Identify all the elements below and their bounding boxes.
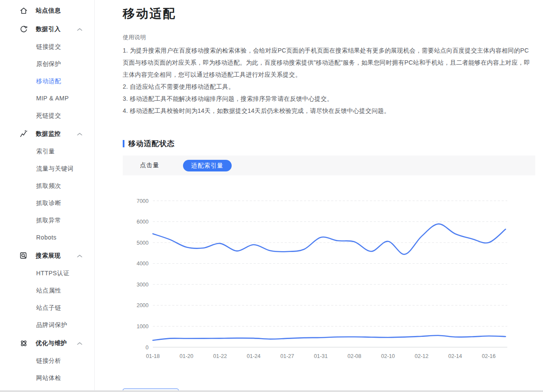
chart-tabbar: 点击量 适配索引量 xyxy=(123,156,535,175)
sidebar-item-link-analysis[interactable]: 链接分析 xyxy=(0,352,94,369)
instruction-line: 4. 移动适配工具校验时间为14天，如数据提交14天后仍未校验完成，请尽快在反馈… xyxy=(123,105,533,117)
data-import-icon xyxy=(19,25,28,33)
sidebar-item-index-volume[interactable]: 索引量 xyxy=(0,143,94,160)
sidebar-item-mip-amp[interactable]: MIP & AMP xyxy=(0,90,94,107)
sidebar-item-site-attribute[interactable]: 站点属性 xyxy=(0,282,94,299)
sidebar-item-brand-protection[interactable]: 品牌词保护 xyxy=(0,316,94,333)
sidebar-group-label: 数据引入 xyxy=(36,25,77,33)
search-display-icon xyxy=(19,252,28,260)
sidebar-group-data-import-header[interactable]: 数据引入 xyxy=(0,21,94,38)
tab-adapted-index-volume[interactable]: 适配索引量 xyxy=(183,160,232,171)
section-title-accent-bar xyxy=(123,140,124,147)
svg-text:0: 0 xyxy=(146,345,149,351)
home-icon xyxy=(19,7,28,15)
chart-area: 0100020003000400050006000700001-1801-200… xyxy=(123,192,543,364)
tab-clicks[interactable]: 点击量 xyxy=(140,162,159,169)
sidebar-group-data-monitor: 数据监控 索引量 流量与关键词 抓取频次 抓取诊断 抓取异常 Robots xyxy=(0,125,94,246)
svg-text:4000: 4000 xyxy=(137,261,149,267)
sidebar-item-crawl-frequency[interactable]: 抓取频次 xyxy=(0,177,94,194)
sidebar-group-optimize-maintain-header[interactable]: 优化与维护 xyxy=(0,335,94,352)
section-title-text: 移动适配状态 xyxy=(128,139,175,149)
sidebar-group-optimize-maintain: 优化与维护 链接分析 网站体检 网站改版 xyxy=(0,335,94,392)
svg-text:02-14: 02-14 xyxy=(448,353,462,359)
svg-text:01-27: 01-27 xyxy=(280,353,294,359)
instruction-line: 1. 为提升搜索用户在百度移动搜索的检索体验，会给对应PC页面的手机页面在搜索结… xyxy=(123,44,533,81)
sidebar-group-site-info-header[interactable]: 站点信息 xyxy=(0,2,94,19)
chevron-up-icon[interactable] xyxy=(77,133,82,136)
svg-text:02-16: 02-16 xyxy=(482,353,496,359)
sidebar-group-label: 搜索展现 xyxy=(36,252,77,260)
svg-text:01-20: 01-20 xyxy=(180,353,193,359)
svg-text:02-10: 02-10 xyxy=(381,353,395,359)
chevron-up-icon[interactable] xyxy=(77,342,82,345)
optimize-icon xyxy=(19,339,28,347)
bottom-scroll-strip[interactable] xyxy=(0,390,543,392)
usage-heading: 使用说明 xyxy=(123,34,543,41)
sidebar-group-data-monitor-header[interactable]: 数据监控 xyxy=(0,125,94,143)
sidebar-group-search-display: 搜索展现 HTTPS认证 站点属性 站点子链 品牌词保护 xyxy=(0,247,94,333)
sidebar-item-traffic-keywords[interactable]: 流量与关键词 xyxy=(0,160,94,177)
sidebar-group-label: 优化与维护 xyxy=(36,339,77,347)
sidebar-item-dead-link-submit[interactable]: 死链提交 xyxy=(0,107,94,124)
chevron-up-icon[interactable] xyxy=(77,28,82,31)
instructions: 1. 为提升搜索用户在百度移动搜索的检索体验，会给对应PC页面的手机页面在搜索结… xyxy=(123,44,533,117)
sidebar-item-site-sublink[interactable]: 站点子链 xyxy=(0,299,94,316)
svg-text:3000: 3000 xyxy=(137,282,149,288)
section-title: 移动适配状态 xyxy=(123,139,543,149)
sidebar: 站点信息 数据引入 链接提交 原创保护 移动适配 MIP & AMP 死链提交 xyxy=(0,0,95,392)
page-title: 移动适配 xyxy=(123,6,543,22)
sidebar-group-data-import: 数据引入 链接提交 原创保护 移动适配 MIP & AMP 死链提交 xyxy=(0,21,94,124)
sidebar-item-crawl-exception[interactable]: 抓取异常 xyxy=(0,212,94,229)
line-chart: 0100020003000400050006000700001-1801-200… xyxy=(123,192,515,364)
svg-text:01-31: 01-31 xyxy=(314,353,328,359)
data-monitor-icon xyxy=(19,130,28,138)
instruction-line: 3. 移动适配工具不能解决移动端排序问题，搜索排序异常请在反馈中心提交。 xyxy=(123,93,533,105)
sidebar-item-https-cert[interactable]: HTTPS认证 xyxy=(0,264,94,282)
svg-text:2000: 2000 xyxy=(137,302,149,308)
sidebar-item-site-checkup[interactable]: 网站体检 xyxy=(0,369,94,386)
svg-text:6000: 6000 xyxy=(137,219,149,225)
app-layout: 站点信息 数据引入 链接提交 原创保护 移动适配 MIP & AMP 死链提交 xyxy=(0,0,543,392)
sidebar-item-link-submit[interactable]: 链接提交 xyxy=(0,38,94,55)
sidebar-item-mobile-adaptation[interactable]: 移动适配 xyxy=(0,72,94,90)
sidebar-item-crawl-diagnosis[interactable]: 抓取诊断 xyxy=(0,194,94,212)
sidebar-item-original-protection[interactable]: 原创保护 xyxy=(0,55,94,72)
main-content: 移动适配 使用说明 1. 为提升搜索用户在百度移动搜索的检索体验，会给对应PC页… xyxy=(95,0,543,392)
sidebar-group-search-display-header[interactable]: 搜索展现 xyxy=(0,247,94,264)
svg-text:02-12: 02-12 xyxy=(415,353,428,359)
svg-text:01-22: 01-22 xyxy=(213,353,227,359)
sidebar-group-label: 站点信息 xyxy=(36,7,86,15)
svg-text:7000: 7000 xyxy=(137,198,149,204)
chevron-up-icon[interactable] xyxy=(77,255,82,258)
sidebar-item-robots[interactable]: Robots xyxy=(0,229,94,246)
svg-text:01-18: 01-18 xyxy=(146,353,160,359)
svg-text:1000: 1000 xyxy=(137,324,149,330)
sidebar-group-site-info: 站点信息 xyxy=(0,2,94,19)
instruction-line: 2. 自适应站点不需要使用移动适配工具。 xyxy=(123,81,533,93)
sidebar-group-label: 数据监控 xyxy=(36,130,77,138)
svg-text:01-24: 01-24 xyxy=(247,353,261,359)
svg-text:5000: 5000 xyxy=(137,240,149,246)
svg-text:02-08: 02-08 xyxy=(348,353,361,359)
